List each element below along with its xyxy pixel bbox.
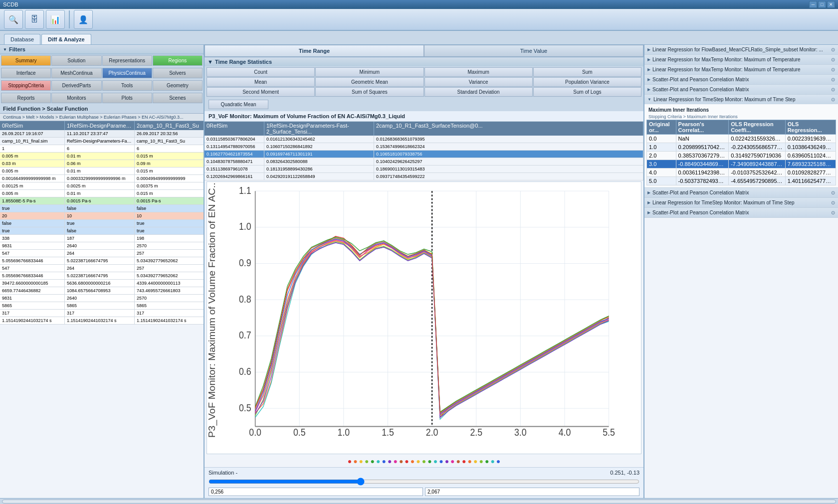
regression-header[interactable]: ▶Linear Regression for FlowBased_MeanCFL… bbox=[644, 45, 838, 54]
regression-header[interactable]: ▶Scatter-Plot and Pearson Correlation Ma… bbox=[644, 188, 838, 197]
reg-table-row: 3.0-0.884903448699945-7.349089244388727E… bbox=[647, 160, 836, 168]
reports-button[interactable]: Reports bbox=[1, 93, 51, 103]
maximum-btn[interactable]: Maximum bbox=[424, 67, 533, 77]
regression-label: Linear Regression for FlowBased_MeanCFLR… bbox=[652, 47, 829, 52]
left-panel: ▼ Filters Summary Solution Representatio… bbox=[0, 45, 205, 498]
regression-header[interactable]: ▶Scatter-Plot and Pearson Correlation Ma… bbox=[644, 85, 838, 94]
geometry-button[interactable]: Geometry bbox=[153, 80, 203, 91]
reg-breadcrumb: Stopping Criteria > Maximum Inner Iterat… bbox=[646, 114, 836, 120]
close-button[interactable]: ✕ bbox=[827, 1, 835, 8]
regions-button[interactable]: Regions bbox=[153, 55, 203, 66]
svg-text:0.7: 0.7 bbox=[239, 330, 251, 340]
variance-btn[interactable]: Variance bbox=[424, 77, 533, 87]
stddev-btn[interactable]: Standard Deviation bbox=[424, 87, 533, 97]
representations-button[interactable]: Representations bbox=[102, 55, 152, 66]
plot-data-row[interactable]: 0.106277046218735540.091697467113011910.… bbox=[205, 151, 643, 158]
monitors-button[interactable]: Monitors bbox=[51, 93, 101, 103]
regression-icon: ⊙ bbox=[831, 87, 835, 92]
stoppingcriteria-button[interactable]: StoppingCriteria bbox=[1, 80, 51, 91]
minimize-button[interactable]: ─ bbox=[809, 1, 817, 8]
col-header-1: 1RefSim-DesignParameters-F... bbox=[65, 121, 135, 130]
meshcontinua-button[interactable]: MeshContinua bbox=[51, 68, 101, 78]
regression-header[interactable]: ▼Linear Regression for TimeStep Monitor:… bbox=[644, 95, 838, 104]
svg-text:0.9: 0.9 bbox=[239, 257, 251, 268]
svg-text:0.6: 0.6 bbox=[239, 366, 251, 377]
database-button[interactable]: 🗄 bbox=[25, 10, 44, 29]
physicscontinua-button[interactable]: PhysicsContinua bbox=[102, 68, 152, 78]
table-row: 338187198 bbox=[0, 235, 204, 242]
legend-dot-17: ● bbox=[439, 457, 443, 465]
legend-dot-4: ● bbox=[365, 457, 369, 465]
plot-data-row[interactable]: 0.1311495478809700560.106071502868418920… bbox=[205, 143, 643, 151]
chart-button[interactable]: 📊 bbox=[46, 10, 65, 29]
sim-input-left[interactable] bbox=[209, 488, 423, 496]
regression-icon: ⊙ bbox=[831, 77, 835, 82]
solution-button[interactable]: Solution bbox=[51, 55, 101, 66]
sum-btn[interactable]: Sum bbox=[533, 67, 641, 77]
tab-database[interactable]: Database bbox=[4, 34, 40, 44]
time-range-tab[interactable]: Time Range bbox=[205, 45, 424, 57]
regression-header[interactable]: ▶Scatter-Plot and Pearson Correlation Ma… bbox=[644, 75, 838, 84]
regression-label: Scatter-Plot and Pearson Correlation Mat… bbox=[652, 210, 829, 215]
derivedparts-button[interactable]: DerivedParts bbox=[51, 80, 101, 91]
regression-arrow: ▶ bbox=[647, 57, 650, 62]
regression-icon: ⊙ bbox=[831, 57, 835, 62]
maximize-button[interactable]: □ bbox=[818, 1, 826, 8]
interface-button[interactable]: Interface bbox=[1, 68, 51, 78]
mean-btn[interactable]: Mean bbox=[207, 77, 315, 87]
reg-table-row: 2.00.3853703672798450.3149275907190360.6… bbox=[647, 152, 836, 160]
tools-button[interactable]: Tools bbox=[102, 80, 152, 91]
scenes-button[interactable]: Scenes bbox=[153, 93, 203, 103]
geomean-btn[interactable]: Geometric Mean bbox=[315, 77, 423, 87]
popvar-btn[interactable]: Population Variance bbox=[533, 77, 641, 87]
regression-header[interactable]: ▶Linear Regression for TimeStep Monitor:… bbox=[644, 198, 838, 207]
regression-arrow: ▶ bbox=[647, 190, 650, 195]
regression-arrow: ▶ bbox=[647, 67, 650, 72]
regression-header[interactable]: ▶Scatter-Plot and Pearson Correlation Ma… bbox=[644, 208, 838, 217]
sim-slider[interactable] bbox=[209, 478, 639, 486]
sumlogs-btn[interactable]: Sum of Logs bbox=[533, 87, 641, 97]
table-row: 586558655865 bbox=[0, 302, 204, 310]
btn-grid-row1: Summary Solution Representations Regions bbox=[0, 54, 204, 67]
quadmean-btn[interactable]: Quadratic Mean bbox=[209, 100, 268, 109]
plot-data-row[interactable]: 0.1511386979610780.181319588994302860.18… bbox=[205, 166, 643, 173]
regression-header[interactable]: ▶Linear Regression for MaxTemp Monitor: … bbox=[644, 55, 838, 64]
svg-text:1.0: 1.0 bbox=[338, 427, 350, 438]
secondmoment-btn[interactable]: Second Moment bbox=[207, 87, 315, 97]
breadcrumb: Continua > Melt > Models > Eulerian Mult… bbox=[0, 114, 204, 121]
time-value-tab[interactable]: Time Value bbox=[424, 45, 643, 57]
plot-data-row[interactable]: 0.0311585036778062040.016121306343245462… bbox=[205, 136, 643, 143]
regression-header[interactable]: ▶Linear Regression for MaxTemp Monitor: … bbox=[644, 65, 838, 74]
minimum-btn[interactable]: Minimum bbox=[315, 67, 423, 77]
regression-item: ▶Scatter-Plot and Pearson Correlation Ma… bbox=[644, 85, 838, 95]
plot-data-row[interactable]: 0.120269429698661610.0429201911226588490… bbox=[205, 173, 643, 180]
tab-diff-analyze[interactable]: Diff & Analyze bbox=[41, 34, 91, 44]
scroll-track[interactable] bbox=[2, 500, 836, 504]
regression-label: Linear Regression for MaxTemp Monitor: M… bbox=[652, 67, 829, 72]
person-button[interactable]: 👤 bbox=[74, 10, 93, 29]
regression-arrow: ▶ bbox=[647, 87, 650, 92]
search-button[interactable]: 🔍 bbox=[4, 10, 23, 29]
summary-button[interactable]: Summary bbox=[1, 55, 51, 66]
plot-data-row[interactable]: 0.104830787588804710.0832643025800880.10… bbox=[205, 158, 643, 166]
plots-button[interactable]: Plots bbox=[102, 93, 152, 103]
svg-text:0.5: 0.5 bbox=[239, 402, 251, 413]
bottom-scroll[interactable] bbox=[0, 498, 838, 504]
regression-arrow: ▶ bbox=[647, 47, 650, 52]
table-row: 5.0556967668334465.0223871666747955.0343… bbox=[0, 272, 204, 280]
regression-icon: ⊙ bbox=[831, 97, 835, 102]
app-title: SCDB bbox=[3, 1, 809, 7]
data-table: 0RefSim 1RefSim-DesignParameters-F... 2c… bbox=[0, 121, 204, 498]
count-btn[interactable]: Count bbox=[207, 67, 315, 77]
regression-icon: ⊙ bbox=[831, 200, 835, 205]
sumsquares-btn[interactable]: Sum of Squares bbox=[315, 87, 423, 97]
toolbar: 🔍 🗄 📊 👤 bbox=[0, 9, 838, 31]
svg-text:2.5: 2.5 bbox=[470, 427, 482, 438]
solvers-button[interactable]: Solvers bbox=[153, 68, 203, 78]
chart-container: 1.1 1.0 0.9 0.8 0.7 0.6 0.5 0.0 0.5 1.0 … bbox=[207, 181, 641, 454]
table-row: truefalsetrue bbox=[0, 227, 204, 235]
reg-table-row: 4.00.0036119423987202-0.0103752532642242… bbox=[647, 168, 836, 177]
sim-input-right[interactable] bbox=[425, 488, 639, 496]
regression-item: ▶Linear Regression for FlowBased_MeanCFL… bbox=[644, 45, 838, 55]
tabs-bar: Database Diff & Analyze bbox=[0, 31, 838, 45]
